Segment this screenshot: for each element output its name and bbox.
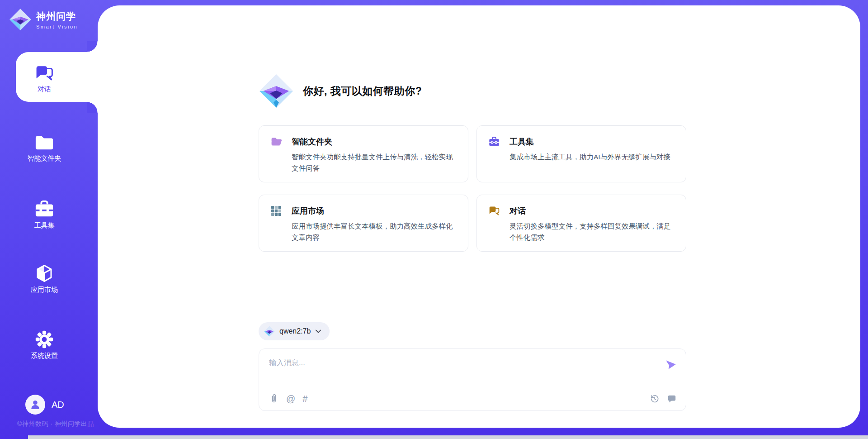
user-account[interactable]: AD: [25, 395, 64, 415]
greeting-header: 你好, 我可以如何帮助你?: [259, 73, 422, 109]
card-title: 对话: [509, 205, 526, 216]
toolbox-icon: [489, 136, 500, 147]
send-icon: [665, 359, 677, 371]
sidebar-item-label: 应用市场: [31, 286, 58, 294]
chevron-down-icon: [315, 329, 321, 334]
at-icon[interactable]: @: [286, 394, 295, 403]
horizontal-scrollbar[interactable]: [28, 435, 868, 439]
hash-icon[interactable]: #: [302, 394, 307, 403]
card-smart-folder[interactable]: 智能文件夹 智能文件夹功能支持批量文件上传与清洗，轻松实现文件问答: [259, 125, 468, 182]
card-title: 应用市场: [292, 205, 324, 216]
card-description: 灵活切换多模型文件，支持多样回复效果调试，满足个性化需求: [509, 220, 674, 243]
main-content: 你好, 我可以如何帮助你? 智能文件夹 智能文件夹功能支持批量文件上传与清洗，轻…: [98, 5, 860, 428]
model-logo-icon: [264, 326, 275, 337]
model-selector[interactable]: qwen2:7b: [259, 322, 330, 340]
message-input[interactable]: [262, 352, 655, 382]
send-button[interactable]: [665, 359, 679, 372]
user-name: AD: [52, 400, 64, 410]
card-description: 应用市场提供丰富长文本模板，助力高效生成多样化文章内容: [292, 220, 456, 243]
card-title: 工具集: [509, 136, 534, 147]
brand-diamond-icon: [9, 8, 32, 31]
card-chat[interactable]: 对话 灵活切换多模型文件，支持多样回复效果调试，满足个性化需求: [476, 195, 686, 252]
sidebar-item-app-market[interactable]: 应用市场: [0, 264, 89, 294]
sidebar-item-chat[interactable]: 对话: [0, 65, 89, 94]
folder-open-icon: [271, 136, 282, 147]
sidebar-item-label: 工具集: [34, 221, 55, 230]
history-icon[interactable]: [650, 394, 660, 404]
sidebar-item-settings[interactable]: 系统设置: [0, 330, 89, 360]
tab-fillet-top: [87, 41, 98, 52]
message-composer: @ #: [259, 348, 686, 411]
gear-icon: [35, 330, 54, 348]
person-icon: [29, 399, 41, 410]
chat-icon: [35, 65, 53, 82]
chat-bubbles-icon: [489, 205, 500, 216]
card-app-market[interactable]: 应用市场 应用市场提供丰富长文本模板，助力高效生成多样化文章内容: [259, 195, 468, 252]
composer-divider: [266, 389, 679, 389]
brand-name: 神州问学: [36, 10, 78, 23]
composer-toolbar: @ #: [269, 394, 677, 404]
brand-logo: 神州问学 Smart Vision: [9, 8, 78, 31]
app-window: 神州问学 Smart Vision 对话 智能文件夹: [0, 0, 868, 439]
sidebar: 神州问学 Smart Vision 对话 智能文件夹: [0, 0, 98, 439]
card-toolset[interactable]: 工具集 集成市场上主流工具，助力AI与外界无缝扩展与对接: [476, 125, 686, 182]
sidebar-item-label: 系统设置: [31, 352, 58, 360]
greeting-title: 你好, 我可以如何帮助你?: [303, 84, 422, 98]
tab-fillet-bottom: [87, 102, 98, 113]
model-name: qwen2:7b: [279, 327, 311, 335]
briefcase-icon: [35, 200, 54, 218]
paperclip-icon[interactable]: [269, 394, 279, 404]
feature-cards: 智能文件夹 智能文件夹功能支持批量文件上传与清洗，轻松实现文件问答 工具集 集成…: [259, 125, 686, 252]
app-logo-icon: [259, 73, 294, 109]
folder-icon: [35, 133, 54, 151]
sidebar-item-label: 对话: [38, 85, 51, 94]
composer-right-tools: [650, 394, 677, 404]
card-description: 智能文件夹功能支持批量文件上传与清洗，轻松实现文件问答: [292, 151, 456, 174]
sidebar-item-toolset[interactable]: 工具集: [0, 200, 89, 230]
card-description: 集成市场上主流工具，助力AI与外界无缝扩展与对接: [509, 151, 674, 162]
avatar: [25, 395, 45, 415]
copyright-text: ©神州数码 · 神州问学出品: [17, 420, 94, 428]
sidebar-item-label: 智能文件夹: [28, 154, 61, 163]
grid-icon: [271, 205, 282, 216]
card-title: 智能文件夹: [292, 136, 332, 147]
sidebar-item-smart-folder[interactable]: 智能文件夹: [0, 133, 89, 163]
comment-icon[interactable]: [667, 394, 677, 404]
composer-left-tools: @ #: [269, 394, 307, 404]
brand-subtitle: Smart Vision: [36, 24, 78, 29]
cube-icon: [35, 264, 54, 282]
